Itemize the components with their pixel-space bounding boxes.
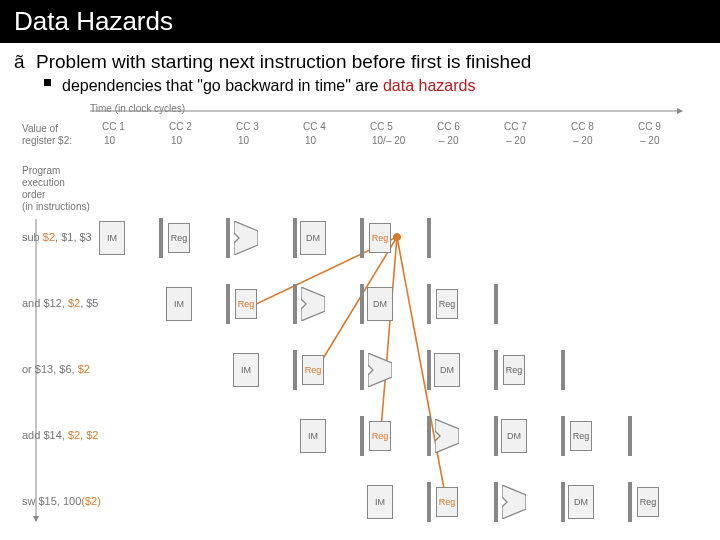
pipe-latch <box>360 350 364 390</box>
cc-header: CC 2 <box>169 121 192 132</box>
pipe-latch <box>494 350 498 390</box>
pipe-latch <box>226 284 230 324</box>
stage-id-reg: Reg <box>302 355 324 385</box>
svg-marker-8 <box>301 287 325 321</box>
cc-header: CC 7 <box>504 121 527 132</box>
stage-wb-reg: Reg <box>436 289 458 319</box>
stage-dm: DM <box>501 419 527 453</box>
reg-value: 10/– 20 <box>372 135 405 146</box>
stage-id-reg: Reg <box>436 487 458 517</box>
pipe-latch <box>226 218 230 258</box>
instruction-label: add $14, $2, $2 <box>22 429 98 441</box>
pipe-latch <box>293 350 297 390</box>
svg-marker-11 <box>502 485 526 519</box>
reg-value: – 20 <box>439 135 458 146</box>
stage-im: IM <box>300 419 326 453</box>
pipe-latch <box>561 350 565 390</box>
sub-text-hazard: data hazards <box>383 77 476 94</box>
stage-dm: DM <box>568 485 594 519</box>
pipe-latch <box>427 284 431 324</box>
stage-dm: DM <box>367 287 393 321</box>
prog-b: execution <box>22 177 65 188</box>
stage-alu <box>502 485 526 519</box>
reg-value: 10 <box>171 135 182 146</box>
pipe-latch <box>360 284 364 324</box>
sub-text: dependencies that "go backward in time" … <box>62 77 475 95</box>
stage-im: IM <box>367 485 393 519</box>
stage-id-reg: Reg <box>235 289 257 319</box>
cc-header: CC 6 <box>437 121 460 132</box>
prog-d: (in instructions) <box>22 201 90 212</box>
instruction-label: or $13, $6, $2 <box>22 363 90 375</box>
pipe-latch <box>494 482 498 522</box>
svg-marker-9 <box>368 353 392 387</box>
pipe-latch <box>427 482 431 522</box>
cc-header: CC 1 <box>102 121 125 132</box>
stage-dm: DM <box>434 353 460 387</box>
bullet-text: Problem with starting next instruction b… <box>36 51 531 73</box>
instruction-label: and $12, $2, $5 <box>22 297 98 309</box>
pipe-latch <box>628 416 632 456</box>
stage-wb-reg: Reg <box>570 421 592 451</box>
sub-text-pre: dependencies that "go backward in time" … <box>62 77 383 94</box>
stage-alu <box>368 353 392 387</box>
stage-wb-reg: Reg <box>369 223 391 253</box>
stage-im: IM <box>99 221 125 255</box>
svg-marker-7 <box>234 221 258 255</box>
bullet-main: ã Problem with starting next instruction… <box>14 51 706 73</box>
reg-value: 10 <box>305 135 316 146</box>
dot-icon <box>44 77 62 86</box>
pipe-latch <box>293 284 297 324</box>
reg-value: – 20 <box>640 135 659 146</box>
reg-value: 10 <box>104 135 115 146</box>
sub-bullet: dependencies that "go backward in time" … <box>44 77 706 95</box>
prog-a: Program <box>22 165 60 176</box>
cc-header: CC 9 <box>638 121 661 132</box>
page-title: Data Hazards <box>0 0 720 43</box>
cc-header: CC 8 <box>571 121 594 132</box>
value-header-b: register $2: <box>22 135 72 146</box>
svg-line-5 <box>380 237 397 441</box>
stage-wb-reg: Reg <box>637 487 659 517</box>
bullet-symbol: ã <box>14 51 36 73</box>
pipe-latch <box>427 218 431 258</box>
cc-header: CC 4 <box>303 121 326 132</box>
prog-c: order <box>22 189 45 200</box>
stage-id-reg: Reg <box>369 421 391 451</box>
slide-body: ã Problem with starting next instruction… <box>0 43 720 540</box>
svg-marker-10 <box>435 419 459 453</box>
pipeline-diagram: Time (in clock cycles) Value of register… <box>22 103 712 533</box>
stage-alu <box>435 419 459 453</box>
stage-id-reg: Reg <box>168 223 190 253</box>
reg-value: – 20 <box>573 135 592 146</box>
value-header-a: Value of <box>22 123 58 134</box>
pipe-latch <box>159 218 163 258</box>
pipe-latch <box>561 416 565 456</box>
stage-im: IM <box>233 353 259 387</box>
stage-dm: DM <box>300 221 326 255</box>
stage-im: IM <box>166 287 192 321</box>
pipe-latch <box>628 482 632 522</box>
instruction-label: sw $15, 100($2) <box>22 495 101 507</box>
time-header: Time (in clock cycles) <box>90 103 185 114</box>
cc-header: CC 5 <box>370 121 393 132</box>
pipe-latch <box>561 482 565 522</box>
instruction-label: sub $2, $1, $3 <box>22 231 92 243</box>
stage-alu <box>301 287 325 321</box>
pipe-latch <box>360 218 364 258</box>
pipe-latch <box>494 416 498 456</box>
reg-value: – 20 <box>506 135 525 146</box>
cc-header: CC 3 <box>236 121 259 132</box>
pipe-latch <box>427 416 431 456</box>
reg-value: 10 <box>238 135 249 146</box>
stage-alu <box>234 221 258 255</box>
pipe-latch <box>494 284 498 324</box>
pipe-latch <box>293 218 297 258</box>
stage-wb-reg: Reg <box>503 355 525 385</box>
pipe-latch <box>427 350 431 390</box>
pipe-latch <box>360 416 364 456</box>
